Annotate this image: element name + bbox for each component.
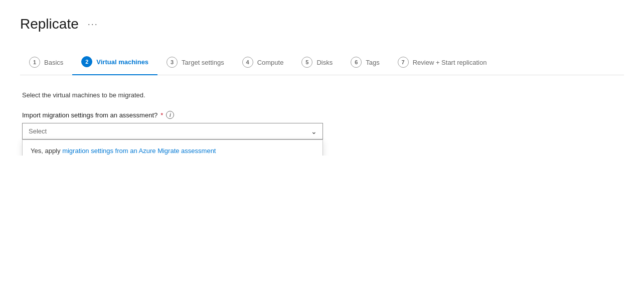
select-wrapper: Select ⌄ Yes, apply migration settings f… xyxy=(22,123,323,139)
option-yes-link: migration settings from an Azure Migrate… xyxy=(62,147,216,155)
step-tags[interactable]: 6 Tags xyxy=(342,51,388,75)
step-target-settings[interactable]: 3 Target settings xyxy=(157,51,233,75)
description-text: Select the virtual machines to be migrat… xyxy=(22,91,145,99)
step-disks[interactable]: 5 Disks xyxy=(292,51,342,75)
step-number-disks: 5 xyxy=(301,57,312,68)
step-number-target-settings: 3 xyxy=(167,57,178,68)
step-number-virtual-machines: 2 xyxy=(81,56,92,67)
step-label-review: Review + Start replication xyxy=(413,59,487,66)
wizard-steps: 1 Basics 2 Virtual machines 3 Target set… xyxy=(20,50,624,75)
field-label-text: Import migration settings from an assess… xyxy=(22,111,157,119)
select-placeholder: Select xyxy=(29,127,47,135)
step-virtual-machines[interactable]: 2 Virtual machines xyxy=(72,50,157,75)
step-compute[interactable]: 4 Compute xyxy=(233,51,293,75)
page-title: Replicate xyxy=(20,16,79,32)
step-label-disks: Disks xyxy=(316,59,333,66)
step-review[interactable]: 7 Review + Start replication xyxy=(389,51,496,75)
dropdown-option-yes[interactable]: Yes, apply migration settings from an Az… xyxy=(23,140,323,156)
dropdown-list: Yes, apply migration settings from an Az… xyxy=(22,139,323,156)
step-number-compute: 4 xyxy=(242,57,253,68)
field-label-row: Import migration settings from an assess… xyxy=(22,111,622,119)
ellipsis-button[interactable]: ··· xyxy=(85,17,101,32)
step-label-compute: Compute xyxy=(257,59,284,66)
step-label-virtual-machines: Virtual machines xyxy=(96,58,148,66)
page-header: Replicate ··· xyxy=(20,16,624,32)
description: Select the virtual machines to be migrat… xyxy=(22,91,622,99)
info-icon[interactable]: i xyxy=(166,111,174,119)
step-label-target-settings: Target settings xyxy=(182,59,224,66)
step-number-basics: 1 xyxy=(29,57,40,68)
option-yes-prefix: Yes, apply xyxy=(31,147,62,155)
page-container: Replicate ··· 1 Basics 2 Virtual machine… xyxy=(0,0,644,156)
required-star: * xyxy=(160,111,163,119)
step-number-tags: 6 xyxy=(351,57,362,68)
step-number-review: 7 xyxy=(398,57,409,68)
step-label-basics: Basics xyxy=(44,59,63,66)
step-basics[interactable]: 1 Basics xyxy=(20,51,72,75)
main-content: Select the virtual machines to be migrat… xyxy=(20,91,624,139)
assessment-select[interactable]: Select xyxy=(22,123,323,139)
step-label-tags: Tags xyxy=(366,59,379,66)
